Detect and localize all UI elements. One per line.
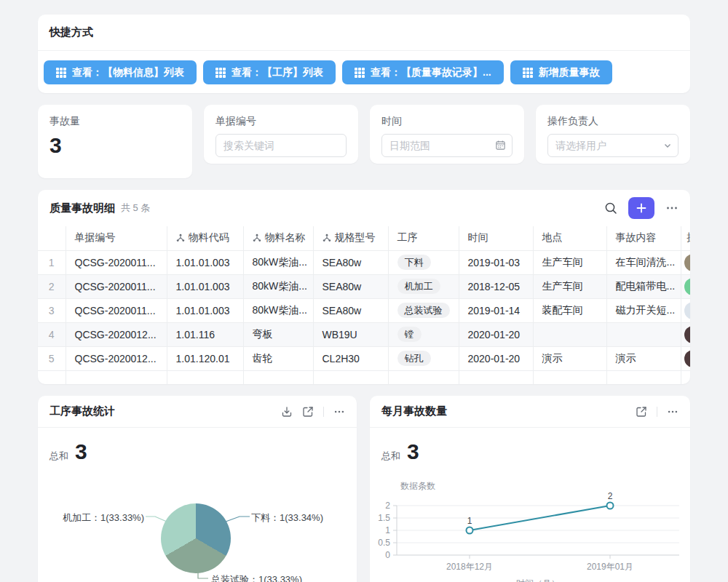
shortcut-view-accident-records-button[interactable]: 查看：【质量事故记录】... xyxy=(342,60,504,84)
table-cell[interactable]: QCSG-2020012... xyxy=(66,322,167,346)
data-point[interactable] xyxy=(467,527,473,534)
shortcut-buttons-row: 查看：【物料信息】列表 查看：【工序】列表 查看：【质量事故记录】... 新增质… xyxy=(38,51,690,94)
table-row[interactable]: 1QCSG-2020011...1.01.01.00380kW柴油...SEA8… xyxy=(38,250,690,274)
table-cell[interactable]: 1.01.116 xyxy=(167,322,243,346)
table-more-button[interactable] xyxy=(665,202,678,215)
table-cell[interactable]: 1.01.01.003 xyxy=(167,250,243,274)
table-cell[interactable] xyxy=(681,298,690,322)
table-cell[interactable]: WB19U xyxy=(313,322,388,346)
table-cell[interactable]: 80kW柴油... xyxy=(243,274,313,298)
open-fullscreen-button[interactable] xyxy=(302,406,314,418)
table-cell[interactable] xyxy=(681,250,690,274)
accident-count-label: 事故量 xyxy=(50,115,181,127)
table-cell[interactable]: 2019-01-14 xyxy=(459,298,533,322)
open-fullscreen-button[interactable] xyxy=(636,406,647,418)
table-cell[interactable]: CL2H30 xyxy=(313,346,388,370)
column-header-7: 地点 xyxy=(533,226,606,250)
table-cell[interactable]: 在车间清洗... xyxy=(606,250,681,274)
table-cell[interactable]: 磁力开关短... xyxy=(606,298,681,322)
line-total-row: 总和 3 xyxy=(370,428,690,464)
add-record-button[interactable] xyxy=(628,197,654,219)
table-cell[interactable] xyxy=(606,322,681,346)
table-cell[interactable]: 下料 xyxy=(388,250,459,274)
y-tick-label: 1.5 xyxy=(378,513,390,523)
total-value: 3 xyxy=(75,439,87,464)
table-cell[interactable] xyxy=(681,274,690,298)
table-cell[interactable] xyxy=(681,346,690,370)
empty-cell xyxy=(243,370,313,384)
table-row[interactable]: 3QCSG-2020011...1.01.01.00380kW柴油...SEA8… xyxy=(38,298,690,322)
external-link-icon xyxy=(636,406,647,418)
table-cell[interactable]: 2020-01-20 xyxy=(459,346,533,370)
table-cell[interactable]: 2019-01-03 xyxy=(459,250,533,274)
table-cell[interactable]: 1.01.01.003 xyxy=(167,298,243,322)
operator-select[interactable] xyxy=(547,134,678,157)
table-header-bar: 质量事故明细 共 5 条 xyxy=(38,190,690,226)
table-cell[interactable]: SEA80w xyxy=(313,298,388,322)
line-chart[interactable]: 数据条数00.511.522018年12月2019年01月12时间（月） xyxy=(370,474,690,582)
table-scroll-area[interactable]: 单据编号物料代码物料名称规格型号工序时间地点事故内容操作负责人 1QCSG-20… xyxy=(38,226,690,384)
quality-accident-table: 单据编号物料代码物料名称规格型号工序时间地点事故内容操作负责人 1QCSG-20… xyxy=(38,226,690,384)
table-cell[interactable]: QCSG-2020012... xyxy=(66,346,167,370)
y-tick-label: 0 xyxy=(385,550,390,560)
table-cell[interactable]: 2018-12-05 xyxy=(459,274,533,298)
table-cell[interactable]: QCSG-2020011... xyxy=(66,298,167,322)
shortcut-add-accident-button[interactable]: 新增质量事故 xyxy=(510,60,612,84)
table-cell[interactable]: 生产车间 xyxy=(533,250,606,274)
shortcut-view-material-list-button[interactable]: 查看：【物料信息】列表 xyxy=(44,60,197,84)
table-cell[interactable]: 钻孔 xyxy=(388,346,459,370)
pie-more-button[interactable] xyxy=(333,406,345,418)
pie-label-xialiao: 下料：1(33.34%) xyxy=(251,511,323,525)
table-cell[interactable]: 1.01.120.01 xyxy=(167,346,243,370)
table-cell[interactable]: 总装试验 xyxy=(388,298,459,322)
table-cell[interactable]: 生产车间 xyxy=(533,274,606,298)
shortcuts-title: 快捷方式 xyxy=(50,25,93,39)
table-cell[interactable]: SEA80w xyxy=(313,274,388,298)
table-cell[interactable]: SEA80w xyxy=(313,250,388,274)
time-filter-card: 时间 xyxy=(370,105,524,164)
download-button[interactable] xyxy=(281,406,293,418)
column-header-3: 物料名称 xyxy=(243,226,313,250)
table-cell[interactable]: 80kW柴油... xyxy=(243,298,313,322)
y-axis-title: 数据条数 xyxy=(400,481,435,491)
table-cell[interactable]: QCSG-2020011... xyxy=(66,274,167,298)
date-range-input[interactable] xyxy=(381,134,513,157)
table-cell[interactable]: 弯板 xyxy=(243,322,313,346)
row-number: 1 xyxy=(38,250,66,274)
table-row[interactable]: 2QCSG-2020011...1.01.01.00380kW柴油...SEA8… xyxy=(38,274,690,298)
shortcut-view-process-list-button[interactable]: 查看：【工序】列表 xyxy=(203,60,336,84)
table-cell[interactable]: 演示 xyxy=(533,346,606,370)
doc-number-search-input[interactable] xyxy=(215,134,347,157)
grid-icon xyxy=(215,68,226,78)
table-cell[interactable]: QCSG-2020011... xyxy=(66,250,167,274)
divider xyxy=(323,407,324,417)
table-cell[interactable]: 齿轮 xyxy=(243,346,313,370)
search-button[interactable] xyxy=(604,202,617,215)
row-number: 3 xyxy=(38,298,66,322)
user-avatar xyxy=(684,326,691,343)
table-row[interactable]: 4QCSG-2020012...1.01.116弯板WB19U镗2020-01-… xyxy=(38,322,690,346)
table-cell[interactable]: 装配车间 xyxy=(533,298,606,322)
table-cell[interactable]: 配电箱带电... xyxy=(606,274,681,298)
table-cell[interactable]: 1.01.01.003 xyxy=(167,274,243,298)
line-more-button[interactable] xyxy=(667,406,678,418)
table-row[interactable]: 5QCSG-2020012...1.01.120.01齿轮CL2H30钻孔202… xyxy=(38,346,690,370)
table-cell[interactable]: 演示 xyxy=(606,346,681,370)
shortcut-button-label: 查看：【物料信息】列表 xyxy=(72,66,184,79)
table-cell[interactable]: 80kW柴油... xyxy=(243,250,313,274)
column-header-6: 时间 xyxy=(459,226,533,250)
y-tick-label: 0.5 xyxy=(378,538,390,548)
column-header-5: 工序 xyxy=(388,226,459,250)
process-tag: 钻孔 xyxy=(397,351,431,366)
table-cell[interactable] xyxy=(533,322,606,346)
pie-chart[interactable] xyxy=(161,503,231,573)
table-cell[interactable] xyxy=(681,322,690,346)
shortcuts-header: 快捷方式 xyxy=(38,15,690,51)
data-point[interactable] xyxy=(607,503,614,509)
column-header-8: 事故内容 xyxy=(606,226,681,250)
table-cell[interactable]: 2020-01-20 xyxy=(459,322,533,346)
empty-cell xyxy=(388,370,459,384)
table-cell[interactable]: 机加工 xyxy=(388,274,459,298)
row-number: 5 xyxy=(38,346,66,370)
table-cell[interactable]: 镗 xyxy=(388,322,459,346)
